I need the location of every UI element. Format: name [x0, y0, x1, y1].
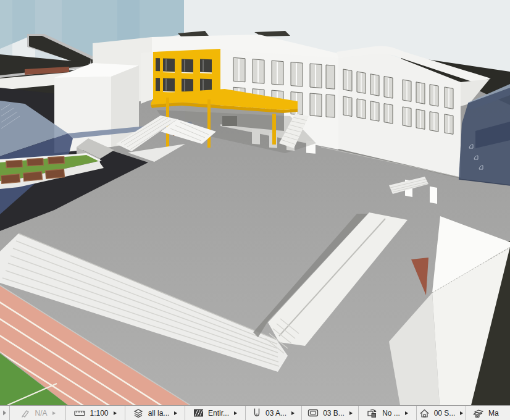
chevron-right-icon — [2, 410, 7, 416]
renovation-icon — [367, 408, 378, 418]
quick-option-pen-set[interactable]: 03 A... — [246, 406, 302, 420]
quick-option-label: 03 B... — [323, 409, 345, 418]
quick-option-renovation-filter[interactable]: No ... — [359, 406, 417, 420]
master-layout-icon — [472, 408, 484, 418]
popup-arrow-icon — [405, 411, 408, 415]
quick-option-label: 1:100 — [90, 409, 108, 418]
popup-arrow-icon — [460, 411, 463, 415]
quick-option-na[interactable]: N/A — [10, 406, 66, 420]
quick-options-bar: N/A 1:100 all la... — [0, 405, 510, 420]
quick-option-label: Entir... — [208, 409, 229, 418]
quick-option-label: No ... — [382, 409, 400, 418]
quick-option-structure-display[interactable]: Entir... — [185, 406, 246, 420]
quick-option-label: Ma — [488, 409, 499, 418]
archicad-window: N/A 1:100 all la... — [0, 0, 510, 420]
popup-arrow-icon — [114, 411, 117, 415]
3d-scene — [0, 0, 510, 405]
quick-option-label: 03 A... — [265, 409, 286, 418]
quick-option-label: all la... — [148, 409, 170, 418]
quick-option-model-view[interactable]: 03 B... — [302, 406, 359, 420]
quick-option-scale[interactable]: 1:100 — [66, 406, 125, 420]
3d-viewport[interactable] — [0, 0, 510, 405]
popup-arrow-icon — [291, 411, 295, 415]
quick-option-label: N/A — [35, 409, 47, 418]
popup-arrow-icon — [234, 411, 237, 415]
popup-arrow-icon — [52, 411, 56, 415]
quick-option-layers[interactable]: all la... — [125, 406, 185, 420]
house-icon — [419, 408, 430, 418]
layers-icon — [133, 408, 144, 418]
pen-diagonal-icon — [20, 408, 30, 418]
hatch-square-icon — [193, 408, 204, 418]
pen-nib-icon — [253, 408, 261, 418]
quick-options-expander[interactable] — [0, 406, 10, 420]
popup-arrow-icon — [174, 411, 177, 415]
rounded-rect-icon — [307, 408, 319, 418]
popup-arrow-icon — [349, 411, 353, 415]
quick-option-layout[interactable]: Ma — [466, 406, 510, 420]
ruler-icon — [74, 409, 85, 418]
quick-option-story[interactable]: 00 S... — [417, 406, 466, 420]
quick-option-label: 00 S... — [434, 409, 456, 418]
